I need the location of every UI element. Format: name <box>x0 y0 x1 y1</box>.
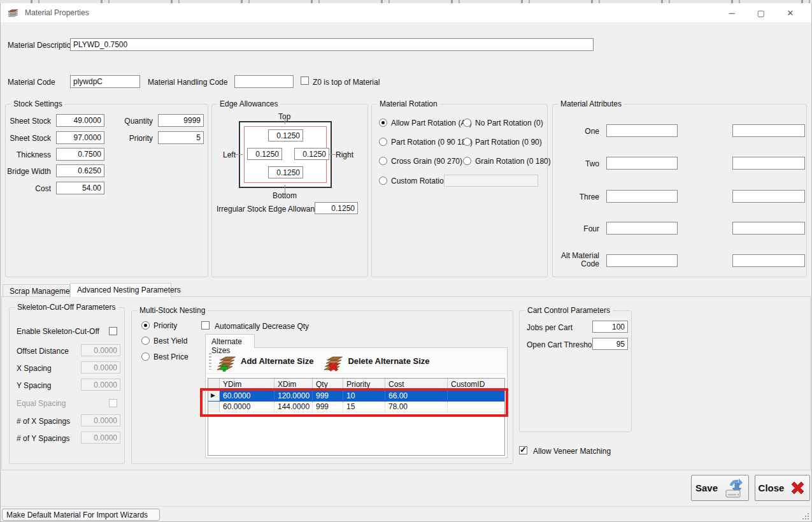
close-window-button[interactable]: ✕ <box>776 3 805 22</box>
equal-spacing-checkbox[interactable] <box>109 399 117 407</box>
toolbar-grip-handle[interactable] <box>209 353 211 370</box>
tab-advanced-nesting-parameters[interactable]: Advanced Nesting Parameters <box>70 283 171 297</box>
attribute-three-label: Three <box>552 192 599 201</box>
grid-cell-xdim[interactable]: 120.0000 <box>274 391 313 401</box>
y-spacing-input[interactable]: 0.0000 <box>81 379 120 391</box>
delete-alternate-size-button[interactable]: Delete Alternate Size <box>322 351 438 372</box>
grid-header-cost[interactable]: Cost <box>385 379 448 390</box>
enable-skeleton-checkbox[interactable] <box>109 327 117 335</box>
save-button-label: Save <box>695 482 718 493</box>
close-button[interactable]: Close <box>755 475 810 501</box>
material-code-input[interactable]: plywdpC <box>70 75 140 88</box>
attribute-three-input-2[interactable] <box>732 190 805 203</box>
edge-top-input[interactable]: 0.1250 <box>268 129 303 141</box>
material-description-label: Material Description <box>8 41 75 50</box>
radio-best-price-label: Best Price <box>153 352 189 361</box>
radio-custom-rotation-label: Custom Rotation <box>391 177 448 185</box>
bridge-width-input[interactable]: 0.6250 <box>56 164 104 177</box>
attribute-one-input-1[interactable] <box>606 124 678 137</box>
radio-no-part-rotation[interactable] <box>463 119 471 127</box>
grid-cell-ydim[interactable]: 60.0000 <box>220 402 274 412</box>
offset-distance-label: Offset Distance <box>17 347 69 356</box>
radio-best-yield-label: Best Yield <box>153 337 187 345</box>
attribute-three-input-1[interactable] <box>606 190 678 203</box>
x-spacing-input[interactable]: 0.0000 <box>81 361 120 373</box>
edge-right-input[interactable]: 0.1250 <box>294 148 329 160</box>
resize-grip[interactable] <box>802 512 809 520</box>
quantity-input[interactable]: 9999 <box>158 114 204 127</box>
attribute-two-input-2[interactable] <box>732 157 805 170</box>
material-attributes-title: Material Attributes <box>558 99 624 108</box>
grid-cell-qty[interactable]: 999 <box>313 402 343 412</box>
grid-row-selected[interactable]: ▶ 60.0000 120.0000 999 10 66.00 <box>208 391 504 402</box>
add-alternate-size-button[interactable]: Add Alternate Size <box>215 351 322 372</box>
radio-cross-grain[interactable] <box>379 157 387 165</box>
attribute-one-label: One <box>552 127 599 136</box>
irregular-edge-input[interactable]: 0.1250 <box>315 202 358 214</box>
priority-input[interactable]: 5 <box>158 131 204 144</box>
radio-allow-part-rotation-all[interactable] <box>379 119 387 127</box>
grid-cell-customid[interactable] <box>448 402 504 412</box>
sheet-stock-width-input[interactable]: 49.0000 <box>56 114 104 127</box>
stock-settings-title: Stock Settings <box>11 99 65 108</box>
grid-cell-priority[interactable]: 10 <box>343 391 385 401</box>
jobs-per-cart-label: Jobs per Cart <box>527 323 573 332</box>
radio-part-rotation-0-90-label: Part Rotation (0 90) <box>475 138 542 147</box>
minimize-button[interactable]: ─ <box>717 3 746 22</box>
thickness-label: Thickness <box>6 150 51 159</box>
grid-header-priority[interactable]: Priority <box>343 379 385 390</box>
radio-part-rotation-0-90[interactable] <box>463 138 471 146</box>
tab-advanced-nesting-parameters-label: Advanced Nesting Parameters <box>77 286 181 294</box>
grid-cell-xdim[interactable]: 144.0000 <box>274 402 313 412</box>
alternate-sizes-grid: YDim XDim Qty Priority Cost CustomID ▶ 6… <box>208 378 505 456</box>
material-description-input[interactable]: PLYWD_0.7500 <box>70 38 594 51</box>
maximize-button[interactable]: ▢ <box>746 3 776 22</box>
radio-custom-rotation[interactable] <box>379 177 387 185</box>
radio-best-yield[interactable] <box>141 337 150 345</box>
attribute-four-input-2[interactable] <box>732 222 805 235</box>
num-x-spacings-input[interactable]: 0.0000 <box>81 414 120 426</box>
attribute-two-input-1[interactable] <box>606 157 678 170</box>
edge-allowances-title: Edge Allowances <box>217 99 280 108</box>
grid-cell-qty[interactable]: 999 <box>313 391 343 401</box>
grid-header-qty[interactable]: Qty <box>313 379 343 390</box>
save-button[interactable]: Save <box>691 475 749 501</box>
sheet-stock-length-input[interactable]: 97.0000 <box>56 131 104 144</box>
grid-cell-ydim[interactable]: 60.0000 <box>220 391 274 401</box>
grid-cell-cost[interactable]: 78.00 <box>385 402 448 412</box>
z0-top-checkbox[interactable] <box>301 76 309 85</box>
cost-input[interactable]: 54.00 <box>56 182 104 194</box>
radio-part-rotation-0-90-180[interactable] <box>379 138 387 146</box>
custom-rotation-input[interactable] <box>444 175 538 187</box>
radio-grain-rotation[interactable] <box>463 157 471 165</box>
open-cart-threshold-input[interactable]: 95 <box>592 338 628 350</box>
offset-distance-input[interactable]: 0.0000 <box>81 344 120 356</box>
edge-left-input[interactable]: 0.1250 <box>247 148 282 160</box>
allow-veneer-matching-label: Allow Veneer Matching <box>533 447 611 456</box>
auto-decrease-qty-checkbox[interactable] <box>201 321 210 330</box>
alt-material-code-input-2[interactable] <box>732 254 805 267</box>
grid-cell-customid[interactable] <box>448 391 504 401</box>
edge-bottom-input[interactable]: 0.1250 <box>268 166 303 178</box>
grid-header-xdim[interactable]: XDim <box>274 379 313 390</box>
jobs-per-cart-input[interactable]: 100 <box>592 321 628 333</box>
thickness-input[interactable]: 0.7500 <box>56 148 104 161</box>
material-handling-code-input[interactable] <box>234 75 294 88</box>
tab-scrap-management[interactable]: Scrap Management <box>3 284 70 297</box>
edge-bottom-label: Bottom <box>273 191 297 200</box>
allow-veneer-matching-checkbox[interactable] <box>519 446 527 454</box>
grid-row[interactable]: 60.0000 144.0000 999 15 78.00 <box>208 402 504 412</box>
grid-cell-cost[interactable]: 66.00 <box>385 391 448 401</box>
attribute-one-input-2[interactable] <box>732 124 805 137</box>
tab-alternate-sizes[interactable]: Alternate Sizes <box>205 334 255 348</box>
radio-best-price[interactable] <box>141 352 150 361</box>
make-default-material-button[interactable]: Make Default Material For Import Wizards <box>2 509 160 521</box>
grid-header-ydim[interactable]: YDim <box>220 379 274 390</box>
status-bar: Make Default Material For Import Wizards <box>1 506 811 521</box>
num-y-spacings-input[interactable]: 0.0000 <box>81 431 120 444</box>
alt-material-code-input-1[interactable] <box>606 254 678 267</box>
attribute-four-input-1[interactable] <box>606 222 678 235</box>
grid-header-customid[interactable]: CustomID <box>448 379 504 390</box>
radio-msn-priority[interactable] <box>141 321 150 330</box>
grid-cell-priority[interactable]: 15 <box>343 402 385 412</box>
